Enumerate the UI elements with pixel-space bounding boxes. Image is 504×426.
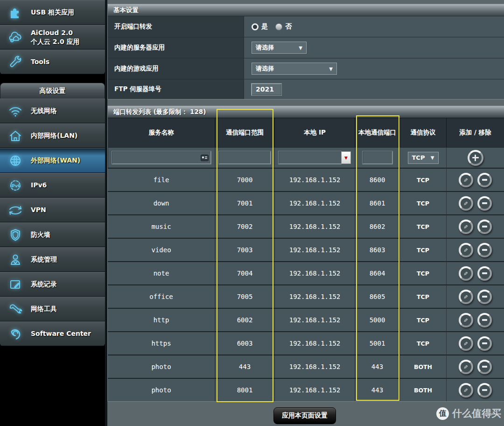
edit-rule-button[interactable]: ✎	[459, 196, 473, 211]
cell-service-name: music	[108, 214, 215, 238]
main-content: 基本设置 开启端口转发 是 否 内建的服务器应用 请选择 ▼ 内建的游戏应用	[105, 0, 504, 426]
shield-icon	[7, 228, 24, 242]
cell-local-port: 8603	[355, 238, 399, 261]
sidebar-item-firewall[interactable]: 防火墙	[0, 222, 105, 247]
pencil-icon: ✎	[464, 247, 468, 253]
game-app-select[interactable]: 请选择 ▼	[252, 63, 337, 75]
remove-rule-button[interactable]	[477, 290, 492, 304]
edit-rule-button[interactable]: ✎	[459, 336, 473, 351]
remove-rule-button[interactable]	[477, 196, 492, 211]
wrench-icon	[7, 55, 24, 69]
cell-actions: ✎	[446, 355, 504, 378]
pencil-icon: ✎	[464, 317, 468, 323]
cell-port-range: 443	[215, 355, 274, 378]
cell-local-ip: 192.168.1.152	[274, 168, 355, 191]
cell-service-name: file	[108, 168, 215, 191]
server-app-select[interactable]: 请选择 ▼	[252, 42, 307, 54]
edit-rule-button[interactable]: ✎	[459, 383, 473, 398]
wifi-icon	[7, 104, 24, 118]
sidebar-item-aicloud[interactable]: AiCloud 2.0个人云 2.0 应用	[0, 25, 105, 50]
pencil-icon: ✎	[464, 363, 468, 370]
port-range-input[interactable]	[219, 151, 271, 164]
cell-port-range: 6002	[215, 308, 274, 331]
apply-button[interactable]: 应用本页面设置	[273, 407, 336, 424]
sidebar-item-software-center[interactable]: Software Center	[0, 321, 105, 346]
minus-icon	[482, 389, 487, 391]
remove-rule-button[interactable]	[477, 336, 492, 351]
remove-rule-button[interactable]	[477, 173, 492, 187]
minus-icon	[482, 366, 487, 368]
cloud-icon	[7, 30, 24, 44]
sidebar-item-label: 外部网络(WAN)	[31, 156, 80, 164]
cell-local-port: 8605	[355, 284, 399, 308]
remove-rule-button[interactable]	[477, 360, 492, 374]
cell-protocol: TCP	[399, 214, 446, 238]
minus-icon	[482, 226, 487, 227]
edit-rule-button[interactable]: ✎	[459, 360, 473, 374]
cell-protocol: TCP	[399, 308, 446, 331]
sidebar-item-wan[interactable]: 外部网络(WAN)	[0, 148, 105, 173]
cell-protocol: TCP	[399, 238, 446, 261]
sidebar-item-lan[interactable]: 内部网络(LAN)	[0, 123, 105, 148]
edit-rule-button[interactable]: ✎	[459, 290, 473, 304]
ftp-port-row: FTP 伺服器埠号	[108, 79, 504, 99]
cell-local-port: 5000	[355, 308, 399, 331]
sidebar-item-system-admin[interactable]: 系统管理	[0, 247, 105, 272]
chevron-down-icon: ▼	[431, 155, 434, 160]
sidebar-item-network-tools[interactable]: 网络工具	[0, 297, 105, 321]
debian-swirl-icon	[7, 327, 24, 341]
cell-actions: ✎	[446, 191, 504, 214]
local-ip-input[interactable]	[279, 151, 341, 164]
cell-local-ip: 192.168.1.152	[274, 378, 355, 401]
edit-rule-button[interactable]: ✎	[459, 220, 473, 234]
cell-actions: ✎	[446, 331, 504, 355]
sidebar-item-label: 防火墙	[31, 230, 50, 239]
radio-no[interactable]	[275, 23, 282, 30]
cell-service-name: down	[108, 191, 215, 214]
sidebar-item-wireless[interactable]: 无线网络	[0, 99, 105, 123]
service-name-input[interactable]	[112, 151, 211, 164]
cell-port-range: 7004	[215, 261, 274, 284]
cell-local-port: 443	[355, 355, 399, 378]
ftp-port-input[interactable]	[252, 84, 281, 95]
port-forward-table: 服务名称 通信端口范围 本地 IP 本地通信端口 通信协议 添加 / 移除	[108, 118, 504, 401]
cell-local-port: 8602	[355, 214, 399, 238]
sidebar-item-label: Tools	[31, 57, 49, 66]
radio-yes[interactable]	[252, 23, 259, 30]
edit-rule-button[interactable]: ✎	[459, 313, 473, 327]
remove-rule-button[interactable]	[477, 266, 492, 281]
local-port-input[interactable]	[363, 151, 392, 164]
cell-actions: ✎	[446, 238, 504, 261]
cell-service-name: photo	[108, 355, 215, 378]
pencil-icon: ✎	[464, 340, 468, 347]
sidebar-item-tools[interactable]: Tools	[0, 50, 105, 74]
sidebar-item-vpn[interactable]: VPN	[0, 198, 105, 222]
remove-rule-button[interactable]	[477, 220, 492, 234]
remove-rule-button[interactable]	[477, 313, 492, 327]
globe-icon	[7, 154, 24, 168]
svg-text:IPv6: IPv6	[10, 183, 21, 188]
remove-rule-button[interactable]	[477, 243, 492, 257]
edit-rule-button[interactable]: ✎	[459, 266, 473, 281]
add-rule-button[interactable]	[468, 150, 483, 166]
sidebar-item-ipv6[interactable]: IPv6IPv6	[0, 173, 105, 198]
col-protocol: 通信协议	[399, 118, 446, 147]
server-app-row: 内建的服务器应用 请选择 ▼	[108, 37, 504, 58]
sidebar-item-label: Software Center	[31, 329, 91, 338]
sidebar-item-system-log[interactable]: 系统记录	[0, 272, 105, 297]
cell-local-ip: 192.168.1.152	[274, 214, 355, 238]
sidebar-item-usb-apps[interactable]: USB 相关应用	[0, 0, 105, 25]
remove-rule-button[interactable]	[477, 383, 492, 398]
ip-dropdown-button[interactable]: ▼	[341, 151, 351, 164]
edit-rule-button[interactable]: ✎	[459, 243, 473, 257]
cell-service-name: video	[108, 238, 215, 261]
ipv6-icon: IPv6	[7, 178, 24, 192]
cell-local-ip: 192.168.1.152	[274, 308, 355, 331]
port-forward-list-title: 端口转发列表 (最多限制： 128)	[108, 106, 504, 118]
cell-local-ip: 192.168.1.152	[274, 284, 355, 308]
minus-icon	[482, 202, 487, 204]
protocol-select[interactable]: TCP ▼	[408, 152, 439, 164]
contact-card-icon[interactable]	[201, 155, 209, 161]
radio-no-label: 否	[285, 22, 292, 31]
edit-rule-button[interactable]: ✎	[459, 173, 473, 187]
